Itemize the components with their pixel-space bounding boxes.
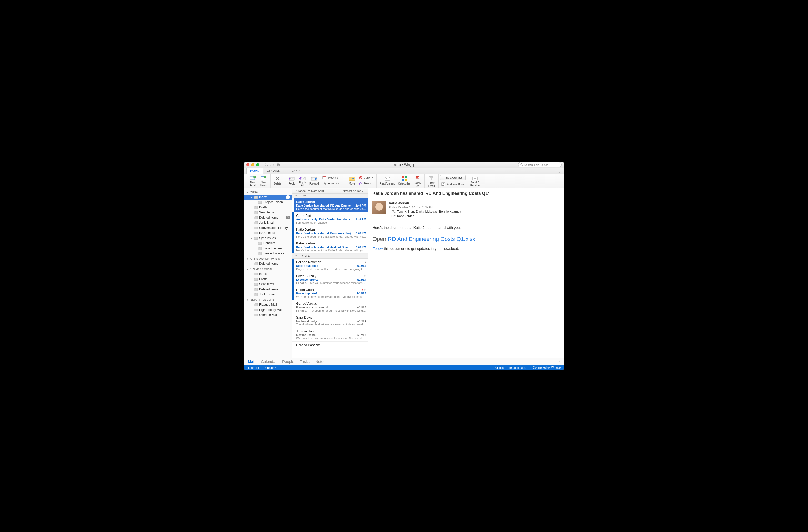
sender-avatar	[372, 201, 386, 214]
important-icon: !	[362, 288, 363, 292]
tab-organize[interactable]: ORGANIZE	[263, 168, 287, 174]
print-icon[interactable]	[276, 163, 281, 167]
message-item[interactable]: Garth FortAutomatic reply: Katie Jordan …	[293, 212, 368, 226]
junk-button[interactable]: Junk ▾	[358, 175, 375, 180]
status-items: Items: 14	[247, 366, 259, 369]
follow-document-link[interactable]: Follow	[372, 247, 383, 251]
sidebar-folder[interactable]: Deleted Items	[244, 261, 292, 266]
reply-button[interactable]: Reply	[286, 175, 297, 187]
sidebar-subfolder[interactable]: Server Failures	[244, 251, 292, 256]
move-button[interactable]: Move	[347, 175, 357, 187]
folder-sidebar: WINGTIP▼Inbox7Project FalconDraftsSent I…	[244, 188, 293, 358]
message-item[interactable]: Junmin HaoMeeting update7/17/14We have t…	[293, 328, 368, 342]
delete-button[interactable]: Delete	[272, 175, 283, 187]
sidebar-folder[interactable]: High Priority Mail	[244, 307, 292, 312]
categorize-button[interactable]: Categorize	[397, 175, 412, 187]
sidebar-folder[interactable]: Junk E-mail	[244, 292, 292, 297]
new-items-button[interactable]: + NewItems	[258, 175, 269, 187]
quick-access-toolbar	[264, 163, 281, 167]
sidebar-folder[interactable]: ▼Inbox7	[244, 194, 292, 200]
open-document-link[interactable]: RD And Engineering Costs Q1.xlsx	[388, 236, 475, 242]
sidebar-folder[interactable]: Sent Items	[244, 210, 292, 215]
search-icon	[520, 163, 523, 166]
svg-text:+: +	[264, 176, 265, 178]
sidebar-subfolder[interactable]: Local Failures	[244, 246, 292, 251]
window-controls	[246, 163, 259, 166]
rules-button[interactable]: Rules ▾	[358, 180, 375, 186]
sidebar-folder[interactable]: Sent Items	[244, 282, 292, 287]
sidebar-folder[interactable]: Deleted Items	[244, 287, 292, 292]
message-list-body[interactable]: TODAYKatie JordanKatie Jordan has shared…	[293, 193, 368, 358]
sidebar-folder[interactable]: Conversation History	[244, 225, 292, 230]
message-item[interactable]: Katie JordanKatie Jordan has shared 'Pro…	[293, 226, 368, 240]
svg-rect-15	[323, 176, 326, 177]
sidebar-folder[interactable]: Drafts	[244, 277, 292, 282]
reading-sender-name: Katie Jordan	[389, 201, 461, 205]
meeting-button[interactable]: Meeting	[322, 175, 344, 180]
smiley-icon[interactable]: ☺	[558, 170, 561, 174]
module-notes[interactable]: Notes	[315, 359, 325, 364]
svg-line-17	[360, 176, 362, 178]
close-window-button[interactable]	[246, 163, 250, 166]
zoom-window-button[interactable]	[256, 163, 259, 166]
sidebar-folder[interactable]: Deleted Items3	[244, 215, 292, 220]
reply-all-button[interactable]: ReplyAll	[297, 175, 308, 187]
sidebar-folder[interactable]: ▼Sync Issues	[244, 235, 292, 241]
tab-tools[interactable]: TOOLS	[287, 168, 304, 174]
svg-point-24	[443, 183, 444, 184]
svg-rect-19	[402, 176, 404, 178]
minimize-window-button[interactable]	[251, 163, 254, 166]
message-item[interactable]: Dorena Paschke	[293, 342, 368, 349]
module-more-icon[interactable]: ▸	[558, 360, 560, 363]
read-unread-button[interactable]: Read/Unread	[378, 175, 396, 187]
ribbon: + NewEmail + NewItems Delete Reply Reply…	[244, 174, 564, 188]
forward-button[interactable]: Forward	[308, 175, 320, 187]
sidebar-subfolder[interactable]: Project Falcon	[244, 200, 292, 205]
sidebar-account-header[interactable]: Online Archive - Wingtip	[244, 256, 292, 261]
find-contact-button[interactable]: Find a Contact	[440, 175, 465, 180]
arrange-by-button[interactable]: Arrange By: Date Sent ▾	[293, 189, 341, 192]
message-item[interactable]: Robin Counts!↩Project update?7/18/14We n…	[293, 286, 368, 300]
message-group-header[interactable]: THIS YEAR	[293, 254, 368, 259]
undo-icon[interactable]	[264, 163, 269, 167]
module-tasks[interactable]: Tasks	[300, 359, 310, 364]
sidebar-account-header[interactable]: ON MY COMPUTER	[244, 266, 292, 271]
redo-icon[interactable]	[270, 163, 275, 167]
message-item[interactable]: Sara DavisNorthwind Budget7/18/14The Nor…	[293, 314, 368, 328]
tab-home[interactable]: HOME	[246, 168, 263, 174]
reading-body-text: Here's the document that Katie Jordan sh…	[372, 225, 559, 230]
svg-rect-1	[278, 164, 279, 164]
reading-header: Katie Jordan Friday, October 3, 2014 at …	[368, 198, 564, 221]
sidebar-folder[interactable]: Junk Email	[244, 220, 292, 225]
module-calendar[interactable]: Calendar	[261, 359, 277, 364]
sidebar-folder[interactable]: Inbox	[244, 271, 292, 277]
module-mail[interactable]: Mail	[248, 359, 255, 364]
svg-rect-2	[278, 165, 279, 166]
sidebar-folder[interactable]: RSS Feeds	[244, 230, 292, 235]
address-book-button[interactable]: Address Book	[440, 182, 465, 187]
message-group-header[interactable]: TODAY	[293, 193, 368, 198]
module-people[interactable]: People	[282, 359, 294, 364]
sort-order-button[interactable]: Newest on Top ▾	[341, 189, 368, 192]
sidebar-folder[interactable]: Drafts	[244, 205, 292, 210]
replied-icon: ↩	[364, 274, 366, 278]
message-item[interactable]: Garret VargasPlease send customer info7/…	[293, 300, 368, 314]
message-item[interactable]: Katie JordanKatie Jordan has shared 'Aud…	[293, 240, 368, 254]
message-item[interactable]: Belinda Newman↪Sports statistics7/18/14D…	[293, 259, 368, 272]
filter-email-button[interactable]: FilterEmail	[426, 175, 437, 187]
status-sync: All folders are up to date.	[495, 366, 526, 369]
attachment-button[interactable]: Attachment	[322, 180, 344, 186]
sidebar-subfolder[interactable]: Conflicts	[244, 241, 292, 246]
sidebar-account-header[interactable]: SMART FOLDERS	[244, 297, 292, 302]
search-input[interactable]	[524, 163, 559, 166]
sidebar-folder[interactable]: Overdue Mail	[244, 312, 292, 318]
follow-up-button[interactable]: FollowUp	[412, 175, 423, 187]
sidebar-folder[interactable]: Flagged Mail	[244, 302, 292, 307]
send-receive-button[interactable]: Send &Receive	[469, 175, 481, 187]
new-email-button[interactable]: + NewEmail	[247, 175, 258, 187]
search-box[interactable]	[518, 162, 562, 167]
sidebar-account-header[interactable]: WINGTIP	[244, 189, 292, 194]
message-item[interactable]: Pavel Bansky↩Expense reports7/18/14Hi Ka…	[293, 272, 368, 286]
collapse-ribbon-icon[interactable]: ⌃	[554, 170, 556, 174]
message-item[interactable]: Katie JordanKatie Jordan has shared 'RD …	[293, 198, 368, 212]
